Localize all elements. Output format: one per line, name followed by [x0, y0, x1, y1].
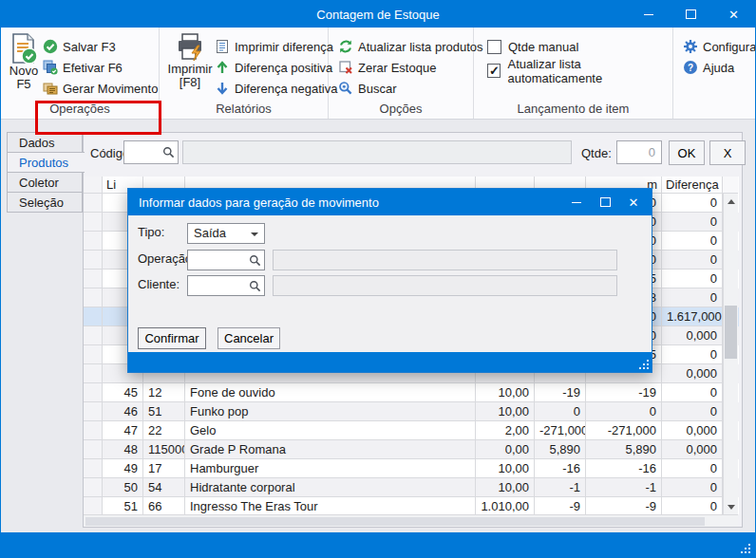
horizontal-scrollbar[interactable]	[84, 514, 738, 527]
row-selector-cell[interactable]	[84, 440, 103, 459]
codigo-search-field[interactable]	[123, 140, 179, 164]
row-selector-cell[interactable]	[84, 478, 103, 497]
tab-coletor-label: Coletor	[19, 176, 59, 190]
cell-codigo: 66	[143, 497, 185, 514]
tab-selecao[interactable]: Seleção	[7, 192, 83, 213]
diferenca-negativa-button[interactable]: Diferença negativa	[215, 81, 337, 96]
row-selector-cell[interactable]	[84, 364, 103, 383]
cell-codigo: 12	[143, 383, 185, 402]
tab-dados[interactable]: Dados	[7, 132, 83, 153]
row-selector-cell[interactable]	[84, 326, 103, 345]
row-selector-cell[interactable]	[84, 345, 103, 364]
gerar-movimento-button[interactable]: Gerar Movimento	[43, 81, 158, 96]
search-icon	[249, 280, 261, 292]
zerar-estoque-button[interactable]: Zerar Estoque	[338, 60, 483, 75]
cell-diferenca: 0	[662, 251, 723, 270]
gerar-movimento-label: Gerar Movimento	[63, 82, 158, 96]
dialog-close-button[interactable]: ✕	[619, 189, 648, 215]
cliente-descricao-field	[273, 275, 617, 296]
row-selector-cell[interactable]	[84, 383, 103, 402]
cell-col4: 10,00	[476, 383, 535, 402]
atualizar-lista-button[interactable]: Atualizar lista produtos	[338, 39, 483, 54]
table-row[interactable]: 51 66 Ingresso The Eras Tour 1.010,00 -9…	[84, 497, 739, 514]
row-selector-cell[interactable]	[84, 251, 103, 270]
minimize-icon	[572, 202, 581, 203]
row-selector-cell[interactable]	[84, 194, 103, 213]
group-label-relatorios: Relatórios	[160, 102, 328, 116]
configurar-label: Configurar	[703, 40, 756, 54]
maximize-button[interactable]	[670, 1, 712, 28]
codigo-input[interactable]	[126, 143, 164, 163]
row-selector-cell[interactable]	[84, 307, 103, 326]
scrollbar-thumb[interactable]	[725, 306, 737, 359]
checkbox-checked-icon	[487, 64, 501, 78]
tab-produtos[interactable]: Produtos	[7, 152, 85, 173]
clear-button[interactable]: X	[709, 140, 746, 165]
dialog-maximize-button[interactable]	[591, 189, 619, 215]
cliente-search-field[interactable]	[187, 275, 265, 296]
confirmar-button[interactable]: Confirmar	[138, 327, 206, 349]
cliente-input[interactable]	[190, 277, 249, 296]
diferenca-positiva-button[interactable]: Diferença positiva	[215, 60, 337, 75]
atualizar-auto-checkbox[interactable]: Atualizar lista automaticamente	[487, 63, 672, 79]
close-icon: ✕	[728, 9, 739, 21]
novo-button[interactable]: Novo F5	[3, 32, 45, 91]
imprimir-button[interactable]: Imprimir [F8]	[167, 32, 213, 89]
row-selector-cell[interactable]	[84, 497, 103, 514]
cell-col4: 10,00	[476, 402, 535, 421]
operacao-search-field[interactable]	[187, 250, 265, 270]
cell-linha: 50	[103, 478, 143, 497]
printer-icon	[175, 32, 205, 63]
row-selector-cell[interactable]	[84, 421, 103, 440]
cell-diferenca: 0	[662, 497, 723, 514]
minimize-button[interactable]	[627, 1, 670, 28]
header-diferenca[interactable]: Diferença	[662, 177, 723, 194]
checkbox-icon	[487, 40, 501, 54]
row-selector-cell[interactable]	[84, 459, 103, 478]
row-selector-cell[interactable]	[84, 213, 103, 232]
scroll-up-button[interactable]	[724, 194, 738, 209]
cell-col5: -1	[535, 478, 586, 497]
table-row[interactable]: 46 51 Funko pop 10,00 0 0 0	[84, 402, 739, 421]
cell-linha: 46	[103, 402, 143, 421]
magnifier-eye-icon	[338, 81, 353, 96]
horizontal-scrollbar-thumb[interactable]	[85, 517, 705, 526]
cell-col5: 0	[535, 402, 586, 421]
buscar-button[interactable]: Buscar	[338, 81, 483, 96]
table-row[interactable]: 50 54 Hidratante corporal 10,00 -1 -1 0	[84, 478, 739, 497]
qtde-manual-checkbox[interactable]: Qtde manual	[487, 39, 672, 55]
qtde-label: Qtde:	[581, 146, 612, 160]
ajuda-button[interactable]: ? Ajuda	[683, 60, 756, 75]
dialog-minimize-button[interactable]	[562, 189, 591, 215]
row-selector-cell[interactable]	[84, 270, 103, 288]
tab-coletor[interactable]: Coletor	[7, 172, 83, 193]
table-row[interactable]: 49 17 Hamburguer 10,00 -16 -16 0	[84, 459, 739, 478]
window-title: Contagem de Estoque	[316, 8, 439, 22]
table-row[interactable]: 47 22 Gelo 2,00 -271,000 -271,000 0,000	[84, 421, 739, 440]
configurar-button[interactable]: Configurar	[683, 39, 756, 54]
table-row[interactable]: 45 12 Fone de ouvido 10,00 -19 -19 0	[84, 383, 739, 402]
salvar-button[interactable]: Salvar F3	[43, 39, 158, 54]
operacao-input[interactable]	[190, 251, 249, 270]
resize-grip-icon[interactable]	[638, 359, 650, 370]
table-row[interactable]: 48 115000... Grade P Romana 0,00 5,890 5…	[84, 440, 739, 459]
maximize-icon	[600, 197, 611, 207]
atualizar-lista-label: Atualizar lista produtos	[358, 40, 483, 54]
cell-diferenca: 0	[662, 478, 723, 497]
close-button[interactable]: ✕	[712, 1, 755, 28]
cell-col4: 2,00	[476, 421, 535, 440]
scroll-down-button[interactable]	[724, 499, 738, 514]
row-selector-cell[interactable]	[84, 232, 103, 251]
row-selector-cell[interactable]	[84, 288, 103, 307]
row-selector-cell[interactable]	[84, 402, 103, 421]
qtde-input[interactable]	[616, 140, 662, 164]
vertical-scrollbar[interactable]	[723, 194, 738, 514]
tipo-dropdown[interactable]: Saída	[187, 223, 265, 244]
imprimir-diferenca-button[interactable]: Imprimir diferença	[215, 39, 337, 54]
resize-grip-icon[interactable]	[740, 543, 751, 554]
ok-button[interactable]: OK	[669, 140, 705, 165]
efetivar-button[interactable]: Efetivar F6	[43, 60, 158, 75]
dialog-statusbar	[128, 352, 652, 372]
copy-check-icon	[43, 60, 58, 75]
cancelar-button[interactable]: Cancelar	[217, 327, 280, 349]
